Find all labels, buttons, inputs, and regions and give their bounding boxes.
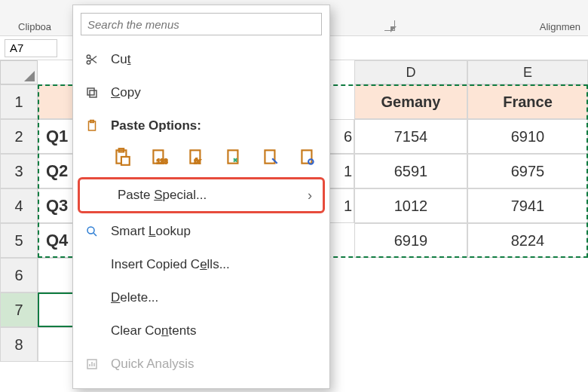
menu-item-smart-lookup[interactable]: Smart Lookup [73,215,329,248]
menu-item-clear-contents[interactable]: Clear Contents [73,314,329,348]
cell-a2[interactable]: Q1 [38,119,75,154]
cell-e2[interactable]: 6910 [467,119,588,154]
ribbon-group-clipboard: Clipboa [18,21,51,32]
cell-d1[interactable]: Gemany [354,84,467,119]
menu-label: Paste Options: [111,118,319,133]
menu-label: Delete... [111,290,319,305]
menu-item-paste-special[interactable]: Paste Special... › [78,177,325,213]
paste-option-transpose[interactable] [222,145,244,168]
svg-rect-8 [121,157,130,165]
copy-icon [84,86,100,100]
menu-label: Cut [111,52,319,67]
cell-d5[interactable]: 6919 [354,223,467,258]
cell-c4-partial[interactable]: 1 [330,188,354,223]
cell-c3-partial[interactable]: 1 [330,154,354,188]
cell-d4[interactable]: 1012 [354,188,467,223]
svg-text:123: 123 [157,158,168,165]
menu-search-input[interactable] [81,13,322,35]
menu-item-cut[interactable]: Cut [73,43,329,76]
column-header-d[interactable]: D [354,60,467,84]
menu-label: Quick Analysis [111,357,319,372]
chevron-right-icon: › [308,188,312,204]
row-header-3[interactable]: 3 [0,154,38,188]
context-menu: Cut Copy Paste Options: 123 fx Paste Spe… [72,5,330,389]
row-header-4[interactable]: 4 [0,188,38,223]
cell-e5[interactable]: 8224 [467,223,588,258]
cell-a3[interactable]: Q2 [38,154,75,188]
row-header-2[interactable]: 2 [0,119,38,154]
quick-analysis-icon [84,357,100,371]
paste-option-formulas[interactable]: fx [185,145,207,168]
cell-d3[interactable]: 6591 [354,154,467,188]
cell-a6[interactable] [38,258,75,292]
menu-item-delete[interactable]: Delete... [73,281,329,314]
cell-a8[interactable] [38,327,75,362]
select-all-corner[interactable] [0,60,38,84]
name-box[interactable] [5,39,57,57]
svg-rect-3 [87,88,94,95]
menu-label: Insert Copied Cells... [111,257,319,272]
row-header-6[interactable]: 6 [0,258,38,292]
paste-option-values[interactable]: 123 [148,145,170,168]
paste-option-link[interactable] [297,145,319,168]
ribbon-group-alignment: Alignmen [540,21,580,32]
cell-a7-active[interactable] [38,292,75,327]
cell-d2[interactable]: 7154 [354,119,467,154]
menu-label: Paste Special... [118,188,297,203]
cell-e4[interactable]: 7941 [467,188,588,223]
cell-c2-partial[interactable]: 6 [330,119,354,154]
column-header-e[interactable]: E [467,60,588,84]
cell-e3[interactable]: 6975 [467,154,588,188]
cell-e1[interactable]: France [467,84,588,119]
svg-point-16 [87,227,94,234]
search-circle-icon [84,225,100,238]
svg-rect-2 [90,90,96,97]
paste-options-row: 123 fx [73,142,329,176]
cell-a5[interactable]: Q4 [38,223,75,258]
clipboard-icon [84,119,100,133]
menu-item-copy[interactable]: Copy [73,76,329,109]
svg-rect-14 [265,150,274,163]
menu-header-paste-options: Paste Options: [73,109,329,142]
menu-item-insert-copied-cells[interactable]: Insert Copied Cells... [73,248,329,281]
paste-option-formatting[interactable] [259,145,281,168]
cell-a1[interactable] [38,84,75,119]
row-header-1[interactable]: 1 [0,84,38,119]
row-header-7[interactable]: 7 [0,292,38,327]
scissors-icon [84,53,100,66]
dialog-launcher-icon[interactable] [384,20,395,31]
menu-label: Smart Lookup [111,224,319,239]
paste-option-paste[interactable] [111,145,133,168]
svg-text:fx: fx [194,157,201,165]
svg-rect-15 [302,150,312,163]
cell-a4[interactable]: Q3 [38,188,75,223]
menu-label: Copy [111,85,319,100]
menu-item-quick-analysis: Quick Analysis [73,348,329,381]
row-header-5[interactable]: 5 [0,223,38,258]
menu-label: Clear Contents [111,323,319,338]
row-header-8[interactable]: 8 [0,327,38,362]
